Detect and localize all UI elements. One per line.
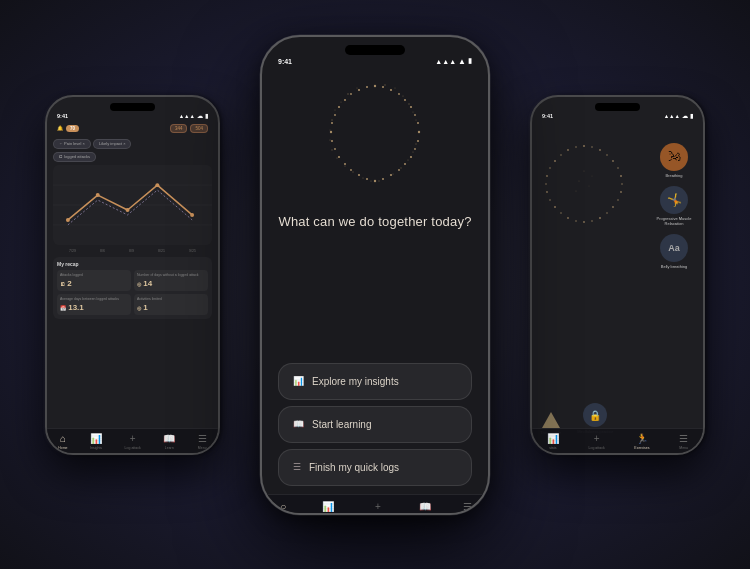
- nav-label-learn-center: Learn: [418, 514, 432, 515]
- muscle-relaxation-item[interactable]: 🤸 Progressive Muscle Relaxation: [649, 186, 699, 226]
- menu-icon-center: ☰: [463, 501, 472, 512]
- nav-label-log-left: Log attack: [125, 446, 141, 450]
- svg-point-49: [400, 167, 401, 168]
- nav-insights-center[interactable]: 📊 Insights: [318, 501, 337, 515]
- nav-menu-center[interactable]: ☰ Menu: [460, 501, 474, 515]
- svg-point-33: [331, 122, 333, 124]
- nav-log-center[interactable]: + Log attack: [365, 501, 390, 515]
- muscle-label: Progressive Muscle Relaxation: [649, 216, 699, 226]
- dynamic-island-left: [110, 103, 155, 111]
- svg-point-56: [337, 157, 338, 158]
- battery-center: ▮: [468, 57, 472, 65]
- home-icon-left: ⌂: [60, 433, 66, 444]
- svg-point-29: [338, 155, 340, 157]
- svg-point-66: [591, 146, 593, 148]
- svg-point-54: [352, 171, 353, 172]
- breathing-label: Breathing: [665, 173, 682, 178]
- nav-label-home-left: Home: [58, 446, 67, 450]
- svg-point-75: [612, 206, 614, 208]
- svg-point-7: [190, 212, 194, 216]
- muscle-icon: 🤸: [660, 186, 688, 214]
- filter-pain[interactable]: ← Pain level ×: [53, 139, 91, 149]
- svg-point-16: [418, 130, 420, 132]
- nav-menu-right[interactable]: ☰ Menu: [679, 433, 688, 450]
- svg-point-60: [331, 119, 332, 120]
- recap-days: Number of days without a logged attack ◎…: [134, 270, 208, 291]
- svg-point-40: [384, 84, 385, 85]
- svg-point-5: [126, 207, 130, 211]
- logs-btn-icon: ☰: [293, 462, 301, 472]
- breathing-icon: 🌬: [660, 143, 688, 171]
- count-badge: 70: [66, 125, 79, 132]
- nav-home-center[interactable]: ○ Home: [276, 501, 291, 515]
- particle-ring-svg: [315, 78, 435, 198]
- log-icon-center: +: [375, 501, 381, 512]
- nav-label-menu-left: Menu: [198, 446, 207, 450]
- svg-point-24: [374, 179, 376, 181]
- time-center: 9:41: [278, 58, 292, 65]
- belly-label: Belly breathing: [661, 264, 687, 269]
- recap-section: My recap Attacks logged 🗓 2 Number of da…: [53, 257, 212, 319]
- nav-log-right[interactable]: + Log attack: [588, 433, 604, 450]
- recap-label-avg: Average days between logged attacks: [60, 297, 128, 301]
- svg-point-20: [404, 163, 406, 165]
- nav-label-learn-left: Learn: [165, 446, 174, 450]
- status-icons-center: ▲▲▲ ▲ ▮: [435, 57, 472, 66]
- svg-point-91: [567, 149, 569, 151]
- explore-insights-button[interactable]: 📊 Explore my insights: [278, 363, 472, 400]
- svg-point-23: [382, 178, 384, 180]
- recap-value-attacks: 🗓 2: [60, 279, 128, 288]
- finish-logs-button[interactable]: ☰ Finish my quick logs: [278, 449, 472, 486]
- filter-impact[interactable]: Likely impact ×: [93, 139, 132, 149]
- nav-learn-center[interactable]: 📖 Learn: [418, 501, 432, 515]
- log-icon-right: +: [594, 433, 600, 444]
- recap-value-activities: ◎ 1: [137, 303, 205, 312]
- nav-learn-left[interactable]: 📖 Learn: [163, 433, 175, 450]
- filter-logged[interactable]: 🗒 logged attacks: [53, 152, 96, 162]
- svg-point-12: [404, 99, 406, 101]
- insights-icon-left: 📊: [90, 433, 102, 444]
- belly-breathing-item[interactable]: Aa Belly breathing: [649, 234, 699, 269]
- nav-insights-left[interactable]: 📊 Insights: [90, 433, 102, 450]
- svg-point-92: [575, 146, 577, 148]
- svg-point-67: [599, 149, 601, 151]
- start-learning-button[interactable]: 📖 Start learning: [278, 406, 472, 443]
- nav-log-left[interactable]: + Log attack: [125, 433, 141, 450]
- center-bottom-nav: ○ Home 📊 Insights + Log attack 📖 Learn ☰…: [262, 494, 488, 515]
- svg-point-46: [415, 143, 416, 144]
- svg-point-4: [96, 193, 100, 197]
- phones-container: 9:41 ▲▲▲ ☁ ▮ 🔔 70 344 504 ← Pa: [25, 15, 725, 555]
- right-content: 🌬 Breathing 🤸 Progressive Muscle Relaxat…: [532, 121, 703, 455]
- svg-point-93: [583, 170, 584, 171]
- menu-icon-right: ☰: [679, 433, 688, 444]
- nav-home-left[interactable]: ⌂ Home: [58, 433, 67, 450]
- date5: 9/25: [189, 249, 196, 253]
- time-right: 9:41: [542, 113, 553, 119]
- belly-icon: Aa: [660, 234, 688, 262]
- svg-point-25: [366, 178, 368, 180]
- filter-row2: 🗒 logged attacks: [53, 152, 212, 162]
- svg-point-19: [410, 155, 412, 157]
- badge-row: 🔔 70: [57, 125, 79, 132]
- svg-point-86: [545, 183, 547, 185]
- wifi-left: ☁: [197, 113, 203, 119]
- nav-menu-left[interactable]: ☰ Menu: [198, 433, 207, 450]
- svg-point-73: [620, 191, 622, 193]
- nav-label-exercises-right: Exercises: [634, 446, 649, 450]
- svg-point-97: [575, 190, 576, 191]
- battery-left: ▮: [205, 113, 208, 119]
- nav-stats-right[interactable]: 📊 stats: [547, 433, 559, 450]
- svg-point-68: [606, 154, 608, 156]
- menu-icon-left: ☰: [198, 433, 207, 444]
- status-icons-right: ▲▲▲ ☁ ▮: [664, 113, 693, 119]
- svg-point-47: [412, 151, 413, 152]
- svg-point-45: [416, 119, 417, 120]
- nav-exercises-right[interactable]: 🏃 Exercises: [634, 433, 649, 450]
- breathing-item[interactable]: 🌬 Breathing: [649, 143, 699, 178]
- svg-point-30: [334, 148, 336, 150]
- svg-point-78: [591, 220, 593, 222]
- wifi-center: ▲: [458, 57, 466, 66]
- chart-area: [53, 165, 212, 245]
- insights-icon-center: 📊: [322, 501, 334, 512]
- svg-point-31: [331, 140, 333, 142]
